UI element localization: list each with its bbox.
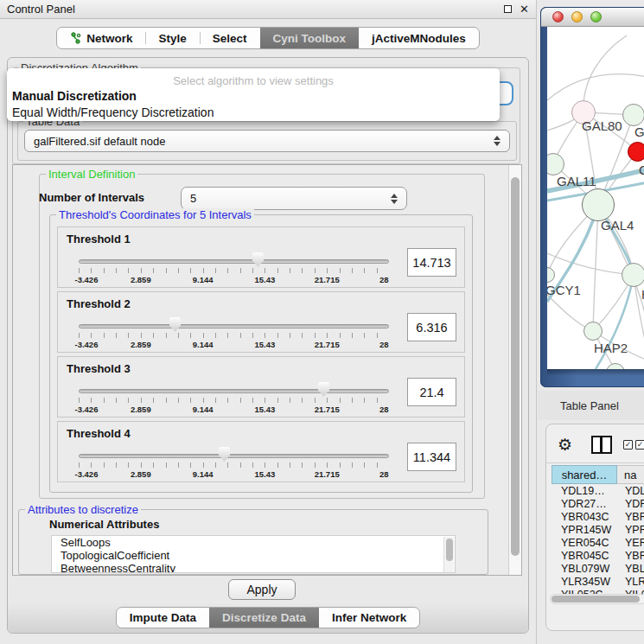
number-of-intervals-combobox[interactable]: 5 (181, 187, 407, 210)
list-item[interactable]: BetweennessCentrality (52, 562, 455, 573)
threshold-4-block: Threshold 4 -3.426 2.859 9.144 15.43 21.… (57, 421, 465, 482)
mac-zoom-icon[interactable] (590, 11, 602, 22)
horizontal-scrollbar[interactable] (550, 594, 644, 604)
slider-track[interactable] (79, 324, 389, 328)
tick-label: 2.859 (131, 405, 151, 414)
network-node[interactable] (622, 104, 644, 126)
slider-track[interactable] (79, 454, 389, 458)
threshold-4-value-field[interactable]: 11.344 (407, 443, 456, 471)
threshold-3-slider[interactable]: -3.426 2.859 9.144 15.43 21.715 28 (79, 357, 389, 418)
apply-button[interactable]: Apply (228, 579, 296, 600)
table-row[interactable]: YBR043CYBR0 (552, 510, 644, 523)
cell[interactable]: YBL0 (617, 563, 644, 575)
cell[interactable]: YBR0 (617, 550, 644, 562)
cell[interactable]: YDR27… (552, 498, 617, 510)
slider-handle[interactable] (252, 252, 264, 267)
network-canvas[interactable]: GAL80 GA C GAL11 GAL4 GCY1 H HAP2 (547, 27, 644, 369)
tab-jactivemnodules[interactable]: jActiveMNodules (359, 28, 479, 48)
tick-label: 28 (379, 340, 389, 349)
columns-icon[interactable] (591, 436, 612, 454)
threshold-2-value-field[interactable]: 6.316 (407, 313, 456, 341)
close-icon[interactable]: ✕ (520, 3, 529, 15)
list-item[interactable]: TopologicalCoefficient (52, 549, 455, 562)
cell[interactable]: YLR3 (617, 576, 644, 588)
checkbox-icon[interactable]: ✓ (623, 440, 633, 450)
table-row[interactable]: YPR145WYPR1 (552, 523, 644, 536)
threshold-3-value-field[interactable]: 21.4 (407, 378, 456, 406)
tick-label: 28 (379, 405, 389, 414)
tab-network[interactable]: Network (57, 28, 145, 48)
threshold-1-value-field[interactable]: 14.713 (407, 248, 456, 277)
cell[interactable]: YLR345W (552, 576, 617, 588)
tab-cyni-toolbox[interactable]: Cyni Toolbox (260, 28, 360, 48)
float-window-icon[interactable] (504, 5, 512, 13)
network-window-titlebar[interactable] (541, 8, 644, 27)
threshold-2-slider[interactable]: -3.426 2.859 9.144 15.43 21.715 28 (79, 292, 389, 354)
cell[interactable]: YBR045C (552, 550, 617, 562)
slider-handle[interactable] (169, 317, 181, 332)
tick-label: 28 (379, 275, 389, 284)
tick-label: -3.426 (74, 340, 98, 349)
thresholds-group-title: Threshold's Coordinates for 5 Intervals (56, 208, 254, 221)
tab-discretize-data[interactable]: Discretize Data (209, 608, 319, 628)
cell[interactable]: YPR1 (617, 524, 644, 536)
checkbox-icon[interactable]: ✓ (635, 440, 644, 450)
network-node[interactable] (582, 188, 615, 221)
tick-label: 9.144 (193, 405, 214, 414)
cell[interactable]: YBL079W (552, 563, 617, 575)
network-node[interactable] (622, 263, 644, 287)
horizontal-scrollbar-thumb[interactable] (552, 596, 640, 603)
tab-infer-network[interactable]: Infer Network (319, 608, 419, 628)
table-header-row: shared… na (552, 465, 644, 484)
network-node[interactable] (583, 322, 603, 341)
cell[interactable]: YDR2 (617, 498, 644, 510)
slider-track[interactable] (79, 389, 389, 393)
cell[interactable]: YDL1 (617, 485, 644, 497)
combo-spinner-icon (391, 194, 398, 204)
vertical-scrollbar[interactable] (508, 165, 521, 575)
threshold-4-slider[interactable]: -3.426 2.859 9.144 15.43 21.715 28 (79, 422, 389, 483)
node-label-hap2: HAP2 (594, 341, 628, 355)
tab-style-label: Style (158, 32, 186, 45)
gear-icon[interactable]: ⚙ (558, 437, 572, 453)
algorithm-option-equal-width-frequency[interactable]: Equal Width/Frequency Discretization (12, 105, 214, 119)
threshold-3-block: Threshold 3 -3.426 2.859 9.144 15.43 21.… (57, 356, 465, 418)
network-node-selected-red[interactable] (628, 142, 644, 162)
mac-close-icon[interactable] (552, 11, 564, 22)
column-header-name[interactable]: na (617, 465, 644, 484)
table-row[interactable]: YDR27…YDR2 (552, 497, 644, 510)
table-panel-title: Table Panel (560, 399, 619, 412)
vertical-scrollbar-thumb[interactable] (511, 177, 520, 556)
table-row[interactable]: YDL19…YDL1 (552, 484, 644, 497)
mac-minimize-icon[interactable] (571, 11, 583, 22)
tick-label: 21.715 (315, 405, 340, 414)
table-row[interactable]: YER054CYER0 (552, 536, 644, 549)
numerical-attributes-label: Numerical Attributes (49, 518, 159, 531)
column-header-shared[interactable]: shared… (552, 465, 617, 484)
cell[interactable]: YDL19… (552, 485, 617, 497)
threshold-1-slider[interactable]: -3.426 2.859 9.144 15.43 21.715 28 (79, 227, 389, 289)
threshold-2-block: Threshold 2 -3.426 2.859 9.144 15.43 21.… (57, 291, 465, 353)
table-row[interactable]: YLR345WYLR3 (552, 575, 644, 588)
cell[interactable]: YPR145W (552, 524, 617, 536)
tick-label: -3.426 (74, 405, 98, 414)
tab-impute-data-label: Impute Data (130, 611, 196, 624)
slider-handle[interactable] (219, 447, 230, 462)
slider-handle[interactable] (318, 382, 329, 397)
tab-select[interactable]: Select (200, 28, 260, 48)
table-panel-card: ⚙ ✓ ✓ shared… na YDL19…YDL1 YDR27…YDR2 Y… (545, 424, 644, 631)
table-row[interactable]: YBL079WYBL0 (552, 562, 644, 575)
cell[interactable]: YBR0 (617, 511, 644, 523)
table-row[interactable]: YBR045CYBR0 (552, 549, 644, 562)
table-data-combobox[interactable]: galFiltered.sif default node (24, 130, 510, 152)
cell[interactable]: YBR043C (552, 511, 617, 523)
slider-track[interactable] (79, 259, 389, 264)
list-scrollbar[interactable] (443, 537, 454, 573)
list-item[interactable]: SelfLoops (52, 536, 455, 549)
list-scrollbar-thumb[interactable] (446, 539, 453, 561)
cell[interactable]: YER054C (552, 537, 617, 549)
cell[interactable]: YER0 (617, 537, 644, 549)
algorithm-option-manual-discretization[interactable]: Manual Discretization (12, 89, 137, 103)
tab-style[interactable]: Style (145, 28, 199, 48)
tab-impute-data[interactable]: Impute Data (117, 608, 209, 628)
